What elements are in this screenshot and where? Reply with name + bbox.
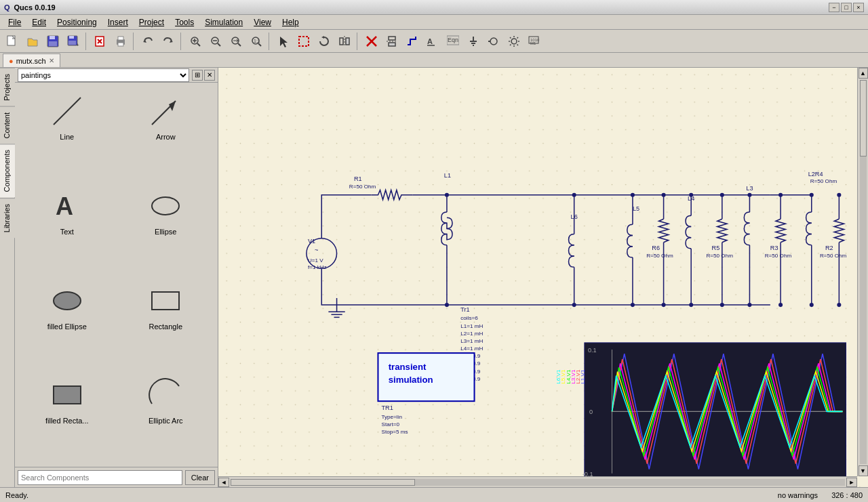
clear-button[interactable]: Clear: [185, 470, 215, 485]
canvas-area[interactable]: ~ V1 U=1 V f=1 kHz R1 R=50 Ohm L1 L2: [218, 68, 868, 487]
zoom-in-button[interactable]: [186, 33, 205, 50]
svg-text:U=1 V: U=1 V: [308, 257, 323, 264]
svg-text:Tr1: Tr1: [460, 306, 469, 313]
svg-point-110: [778, 193, 783, 197]
menu-item-positioning[interactable]: Positioning: [52, 16, 102, 28]
svg-text:+: +: [76, 42, 79, 47]
svg-point-89: [572, 193, 576, 197]
undo-button[interactable]: [138, 33, 157, 50]
warnings-text: no warnings: [778, 491, 818, 499]
svg-rect-33: [389, 43, 395, 46]
redo-button[interactable]: [159, 33, 178, 50]
maximize-button[interactable]: □: [841, 3, 852, 12]
main-content: Projects Content Components Libraries pa…: [0, 68, 868, 487]
label-button[interactable]: A: [423, 33, 442, 50]
menu-item-view[interactable]: View: [248, 16, 277, 28]
svg-text:Type=lin: Type=lin: [382, 414, 402, 420]
svg-point-52: [152, 197, 179, 215]
panel-close-button[interactable]: ✕: [204, 70, 215, 81]
painting-rectangle[interactable]: Rectangle: [117, 275, 216, 336]
hscroll-left[interactable]: ◄: [218, 478, 229, 487]
ground-button[interactable]: [464, 33, 483, 50]
vscroll-down[interactable]: ▼: [859, 465, 868, 476]
svg-text:Stop=5 ms: Stop=5 ms: [382, 429, 408, 435]
menu-item-tools[interactable]: Tools: [170, 16, 199, 28]
svg-rect-28: [346, 38, 349, 45]
menu-item-simulation[interactable]: Simulation: [199, 16, 248, 28]
svg-text:R=50 Ohm: R=50 Ohm: [820, 253, 847, 259]
tab-close-button[interactable]: ✕: [49, 57, 54, 64]
painting-ellipse[interactable]: Ellipse: [117, 180, 216, 241]
svg-point-43: [490, 38, 497, 45]
search-input[interactable]: [18, 470, 182, 485]
svg-text:0: 0: [589, 409, 593, 415]
coords-text: 326 : 480: [831, 491, 863, 499]
menu-item-edit[interactable]: Edit: [26, 16, 52, 28]
sep2: [133, 33, 136, 50]
painting-filled-ellipse[interactable]: filled Ellipse: [18, 275, 117, 336]
svg-line-17: [197, 43, 200, 46]
side-tab-content[interactable]: Content: [0, 106, 15, 144]
frame-button[interactable]: [294, 33, 313, 50]
vscroll-up[interactable]: ▲: [859, 68, 868, 79]
menu-item-project[interactable]: Project: [134, 16, 170, 28]
svg-point-90: [631, 193, 635, 197]
vertical-scrollbar[interactable]: ▲ ▼: [857, 68, 868, 476]
titlebar: Q Qucs 0.0.19 − □ ×: [0, 0, 868, 15]
menu-item-insert[interactable]: Insert: [102, 16, 134, 28]
settings-button[interactable]: [505, 33, 524, 50]
zoom-reset-button[interactable]: 1:1: [247, 33, 266, 50]
svg-text:R=50 Ohm: R=50 Ohm: [646, 253, 673, 259]
side-tab-components[interactable]: Components: [0, 144, 15, 197]
delete-button[interactable]: [362, 33, 381, 50]
minimize-button[interactable]: −: [829, 3, 840, 12]
select-button[interactable]: [274, 33, 293, 50]
svg-text:R=50 Ohm: R=50 Ohm: [810, 178, 837, 184]
svg-text:transient: transient: [389, 362, 427, 372]
vscroll-thumb[interactable]: [860, 80, 867, 156]
wire-button[interactable]: [403, 33, 422, 50]
mirror-button[interactable]: [335, 33, 354, 50]
left-panel: paintings components diagrams ⊞ ✕ Line: [15, 68, 218, 487]
port-button[interactable]: [484, 33, 503, 50]
statusbar: Ready. no warnings 326 : 480: [0, 487, 868, 502]
save-button[interactable]: [43, 33, 62, 50]
menu-item-file[interactable]: File: [3, 16, 26, 28]
panel-pin-button[interactable]: ⊞: [192, 70, 203, 81]
category-dropdown[interactable]: paintings components diagrams: [18, 68, 189, 82]
painting-line[interactable]: Line: [18, 85, 117, 146]
saveas-button[interactable]: +: [64, 33, 83, 50]
painting-arrow[interactable]: Arrow: [117, 85, 216, 146]
side-tab-projects[interactable]: Projects: [0, 68, 15, 106]
print-button[interactable]: [111, 33, 130, 50]
close-button[interactable]: ×: [853, 3, 864, 12]
hscroll-thumb[interactable]: [231, 479, 415, 486]
painting-elliptic-arc-label: Elliptic Arc: [149, 417, 183, 425]
open-button[interactable]: [23, 33, 42, 50]
horizontal-scrollbar[interactable]: ◄ ►: [218, 476, 857, 487]
painting-text[interactable]: A Text: [18, 180, 117, 241]
svg-text:R4: R4: [815, 171, 823, 177]
zoom-fit-button[interactable]: [226, 33, 245, 50]
vscroll-track: [860, 80, 867, 464]
rotate-button[interactable]: [315, 33, 334, 50]
sep4: [269, 33, 271, 50]
new-button[interactable]: [3, 33, 22, 50]
menu-item-help[interactable]: Help: [277, 16, 304, 28]
svg-text:R=50 Ohm: R=50 Ohm: [765, 253, 792, 259]
hscroll-right[interactable]: ►: [846, 478, 857, 487]
close-file-button[interactable]: [91, 33, 110, 50]
svg-text:A: A: [56, 192, 73, 220]
tab-mutx[interactable]: ● mutx.sch ✕: [3, 54, 60, 67]
painting-filled-rect[interactable]: filled Recta...: [18, 369, 117, 430]
svg-rect-13: [118, 43, 123, 46]
side-tab-libraries[interactable]: Libraries: [0, 198, 15, 238]
simulate-button[interactable]: 1010M1: [525, 33, 544, 50]
painting-filled-ellipse-label: filled Ellipse: [47, 322, 87, 331]
painting-elliptic-arc[interactable]: Elliptic Arc: [117, 369, 216, 430]
svg-text:L4=1 mH: L4=1 mH: [460, 346, 483, 352]
mirror-y-button[interactable]: [382, 33, 401, 50]
painting-line-label: Line: [60, 133, 74, 141]
zoom-out-button[interactable]: [206, 33, 225, 50]
equation-button[interactable]: Eqn: [443, 33, 462, 50]
